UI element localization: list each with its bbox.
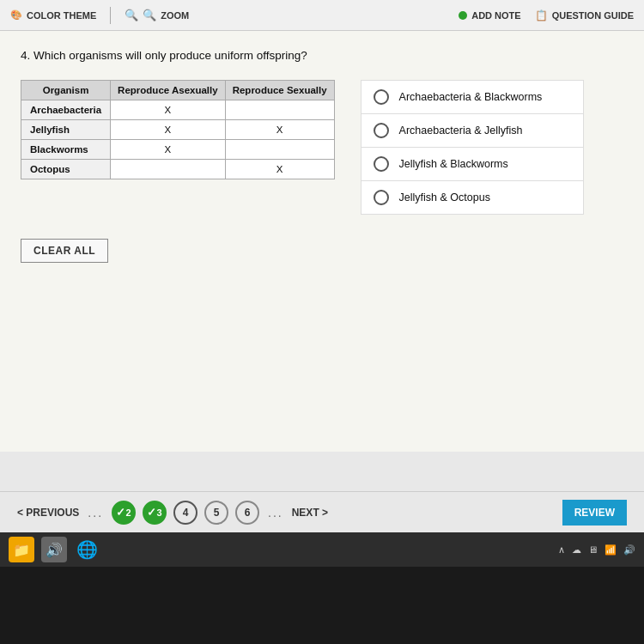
radio-d bbox=[374, 190, 389, 205]
table-cell-organism: Blackworms bbox=[21, 139, 111, 159]
taskbar-right-icons: ∧ ☁ 🖥 📶 🔊 bbox=[558, 544, 635, 556]
page-bubble-6[interactable]: 6 bbox=[235, 501, 259, 525]
zoom-out-icon[interactable]: 🔍 bbox=[125, 9, 138, 21]
radio-a bbox=[374, 89, 389, 105]
table-row: BlackwormsX bbox=[21, 139, 335, 159]
radio-c bbox=[374, 156, 389, 172]
page-bubbles: ✓2✓3456 bbox=[112, 501, 259, 525]
question-text: 4. Which organisms will only produce uni… bbox=[21, 48, 338, 64]
table-cell-organism: Archaebacteria bbox=[21, 100, 111, 119]
main-content: 4. Which organisms will only produce uni… bbox=[0, 31, 644, 452]
question-body: Organism Reproduce Asexually Reproduce S… bbox=[21, 80, 623, 215]
page-bubble-5[interactable]: 5 bbox=[204, 501, 228, 525]
table-cell-value bbox=[225, 100, 334, 119]
clear-all-button[interactable]: CLEAR ALL bbox=[21, 239, 108, 263]
table-cell-value: X bbox=[225, 119, 334, 139]
answer-label-d: Jellyfish & Octopus bbox=[399, 191, 490, 204]
system-tray-monitor-icon: 🖥 bbox=[588, 544, 598, 555]
answer-label-b: Archaebacteria & Jellyfish bbox=[399, 125, 523, 137]
taskbar: 📁 🔊 🌐 ∧ ☁ 🖥 📶 🔊 bbox=[0, 532, 644, 644]
col-header-asexual: Reproduce Asexually bbox=[111, 80, 226, 100]
table-cell-value: X bbox=[111, 139, 226, 159]
question-guide-icon: 📋 bbox=[535, 9, 548, 21]
color-theme-button[interactable]: 🎨 COLOR THEME bbox=[10, 9, 96, 21]
table-cell-value bbox=[225, 139, 334, 159]
taskbar-top: 📁 🔊 🌐 ∧ ☁ 🖥 📶 🔊 bbox=[0, 532, 644, 567]
answer-label-a: Archaebacteria & Blackworms bbox=[399, 91, 543, 103]
table-row: OctopusX bbox=[21, 159, 335, 179]
toolbar: 🎨 COLOR THEME 🔍 🔍 ZOOM ADD NOTE 📋 QUESTI… bbox=[0, 0, 644, 31]
add-note-button[interactable]: ADD NOTE bbox=[459, 10, 520, 21]
table-row: JellyfishXX bbox=[21, 119, 335, 139]
toolbar-divider-1 bbox=[110, 7, 111, 24]
table-row: ArchaebacteriaX bbox=[21, 100, 335, 119]
col-header-organism: Organism bbox=[21, 80, 111, 100]
page-bubble-4[interactable]: 4 bbox=[173, 501, 197, 525]
nav-dots-right: ... bbox=[268, 506, 283, 519]
table-cell-value: X bbox=[111, 100, 226, 119]
toolbar-right: ADD NOTE 📋 QUESTION GUIDE bbox=[459, 9, 634, 21]
answer-options: Archaebacteria & BlackwormsArchaebacteri… bbox=[361, 80, 584, 215]
taskbar-audio-icon[interactable]: 🔊 bbox=[41, 537, 67, 562]
taskbar-body bbox=[0, 567, 644, 644]
system-tray-wifi-icon: 📶 bbox=[605, 544, 617, 556]
check-icon: ✓ bbox=[147, 506, 156, 519]
previous-button[interactable]: < PREVIOUS bbox=[17, 507, 79, 519]
system-tray-up-icon: ∧ bbox=[558, 544, 565, 556]
add-note-icon bbox=[459, 11, 467, 20]
table-cell-organism: Jellyfish bbox=[21, 119, 111, 139]
check-icon: ✓ bbox=[116, 506, 125, 519]
system-tray-cloud-icon: ☁ bbox=[572, 544, 581, 556]
palette-icon: 🎨 bbox=[10, 9, 22, 21]
col-header-sexual: Reproduce Sexually bbox=[225, 80, 334, 100]
table-cell-value: X bbox=[225, 159, 334, 179]
table-cell-organism: Octopus bbox=[21, 159, 111, 179]
clear-all-container: CLEAR ALL bbox=[21, 228, 623, 263]
page-bubble-3[interactable]: ✓3 bbox=[143, 501, 167, 525]
table-cell-value bbox=[111, 159, 226, 179]
organism-table: Organism Reproduce Asexually Reproduce S… bbox=[21, 80, 335, 179]
zoom-in-icon[interactable]: 🔍 bbox=[143, 9, 156, 21]
answer-option-a[interactable]: Archaebacteria & Blackworms bbox=[361, 80, 584, 114]
radio-b bbox=[374, 123, 389, 138]
table-cell-value: X bbox=[111, 119, 226, 139]
review-button[interactable]: REVIEW bbox=[562, 500, 627, 526]
taskbar-folder-icon[interactable]: 📁 bbox=[9, 537, 34, 562]
answer-option-b[interactable]: Archaebacteria & Jellyfish bbox=[361, 114, 584, 148]
taskbar-chrome-icon[interactable]: 🌐 bbox=[74, 537, 100, 562]
question-guide-button[interactable]: 📋 QUESTION GUIDE bbox=[535, 9, 634, 21]
page-bubble-2[interactable]: ✓2 bbox=[112, 501, 136, 525]
nav-dots-left: ... bbox=[88, 506, 103, 519]
bottom-navigation: < PREVIOUS ... ✓2✓3456 ... NEXT > REVIEW bbox=[0, 491, 644, 532]
answer-label-c: Jellyfish & Blackworms bbox=[399, 158, 508, 170]
zoom-controls[interactable]: 🔍 🔍 ZOOM bbox=[125, 9, 189, 21]
system-tray-volume-icon: 🔊 bbox=[623, 544, 635, 556]
answer-option-c[interactable]: Jellyfish & Blackworms bbox=[361, 148, 584, 181]
answer-option-d[interactable]: Jellyfish & Octopus bbox=[361, 181, 584, 215]
next-button[interactable]: NEXT > bbox=[292, 507, 328, 519]
